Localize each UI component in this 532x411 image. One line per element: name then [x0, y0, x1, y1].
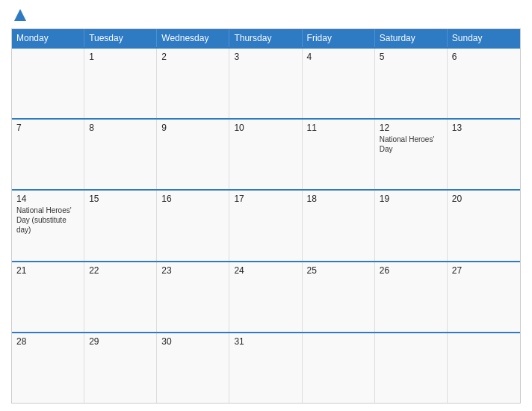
day-number: 21 — [16, 265, 79, 276]
day-number: 17 — [234, 194, 297, 204]
logo — [11, 7, 28, 22]
weekday-header: Sunday — [448, 29, 520, 47]
calendar-row: 14National Heroes' Day (substitute day)1… — [12, 189, 520, 260]
calendar-cell: 23 — [157, 262, 229, 332]
calendar-cell — [303, 333, 375, 403]
calendar-cell: 25 — [303, 262, 375, 332]
day-number: 20 — [452, 194, 516, 204]
day-number: 9 — [161, 123, 224, 133]
calendar-cell: 31 — [229, 333, 302, 403]
day-number: 15 — [89, 194, 152, 204]
day-number: 19 — [380, 194, 442, 204]
calendar-cell: 13 — [448, 120, 520, 189]
calendar-cell: 24 — [229, 262, 302, 332]
day-number: 16 — [161, 194, 224, 204]
calendar-cell: 30 — [157, 333, 229, 403]
calendar-cell: 29 — [84, 333, 157, 403]
calendar-cell: 19 — [375, 191, 448, 260]
day-number: 10 — [234, 123, 297, 133]
calendar-cell: 12National Heroes' Day — [375, 120, 448, 189]
day-number: 24 — [234, 265, 297, 276]
calendar-cell — [375, 333, 448, 403]
calendar-cell: 16 — [157, 191, 229, 260]
day-number: 26 — [380, 265, 442, 276]
event-text: National Heroes' Day — [380, 135, 442, 154]
day-number: 30 — [161, 336, 224, 347]
day-number: 6 — [452, 52, 516, 62]
weekday-header: Tuesday — [84, 29, 157, 47]
calendar-cell: 18 — [303, 191, 375, 260]
calendar-cell: 10 — [229, 120, 302, 189]
calendar-cell: 8 — [84, 120, 157, 189]
day-number: 5 — [380, 52, 442, 62]
calendar-cell: 7 — [12, 120, 84, 189]
day-number: 18 — [307, 194, 370, 204]
calendar-cell: 17 — [229, 191, 302, 260]
calendar-cell: 2 — [157, 49, 229, 118]
calendar-row: 789101112National Heroes' Day13 — [12, 118, 520, 189]
calendar-cell: 11 — [303, 120, 375, 189]
logo-icon — [13, 7, 28, 22]
calendar: MondayTuesdayWednesdayThursdayFridaySatu… — [11, 28, 521, 404]
weekday-header: Thursday — [229, 29, 302, 47]
calendar-row: 123456 — [12, 47, 520, 118]
day-number: 23 — [161, 265, 224, 276]
day-number: 27 — [452, 265, 516, 276]
calendar-cell: 26 — [375, 262, 448, 332]
day-number: 13 — [452, 123, 516, 133]
calendar-row: 21222324252627 — [12, 261, 520, 332]
day-number: 31 — [234, 336, 297, 347]
svg-marker-0 — [14, 9, 26, 21]
calendar-row: 28293031 — [12, 332, 520, 403]
calendar-cell: 3 — [229, 49, 302, 118]
calendar-cell: 20 — [448, 191, 520, 260]
weekday-header: Monday — [12, 29, 84, 47]
calendar-cell: 14National Heroes' Day (substitute day) — [12, 191, 84, 260]
calendar-cell: 21 — [12, 262, 84, 332]
calendar-cell: 4 — [303, 49, 375, 118]
weekday-header: Friday — [303, 29, 375, 47]
day-number: 12 — [380, 123, 442, 133]
day-number: 14 — [16, 194, 79, 204]
day-number: 22 — [89, 265, 152, 276]
calendar-cell: 27 — [448, 262, 520, 332]
day-number: 7 — [16, 123, 79, 133]
calendar-header: MondayTuesdayWednesdayThursdayFridaySatu… — [12, 29, 520, 47]
page: MondayTuesdayWednesdayThursdayFridaySatu… — [0, 0, 532, 411]
day-number: 25 — [307, 265, 370, 276]
calendar-cell: 15 — [84, 191, 157, 260]
calendar-cell: 22 — [84, 262, 157, 332]
weekday-header: Saturday — [375, 29, 448, 47]
day-number: 2 — [161, 52, 224, 62]
day-number: 11 — [307, 123, 370, 133]
day-number: 28 — [16, 336, 79, 347]
day-number: 8 — [89, 123, 152, 133]
calendar-cell: 1 — [84, 49, 157, 118]
calendar-cell — [448, 333, 520, 403]
calendar-cell — [12, 49, 84, 118]
calendar-cell: 6 — [448, 49, 520, 118]
event-text: National Heroes' Day (substitute day) — [16, 206, 79, 235]
day-number: 29 — [89, 336, 152, 347]
day-number: 3 — [234, 52, 297, 62]
day-number: 4 — [307, 52, 370, 62]
weekday-header: Wednesday — [157, 29, 229, 47]
header — [11, 7, 521, 22]
calendar-body: 123456789101112National Heroes' Day1314N… — [12, 47, 520, 403]
calendar-cell: 5 — [375, 49, 448, 118]
day-number: 1 — [89, 52, 152, 62]
calendar-cell: 9 — [157, 120, 229, 189]
calendar-cell: 28 — [12, 333, 84, 403]
